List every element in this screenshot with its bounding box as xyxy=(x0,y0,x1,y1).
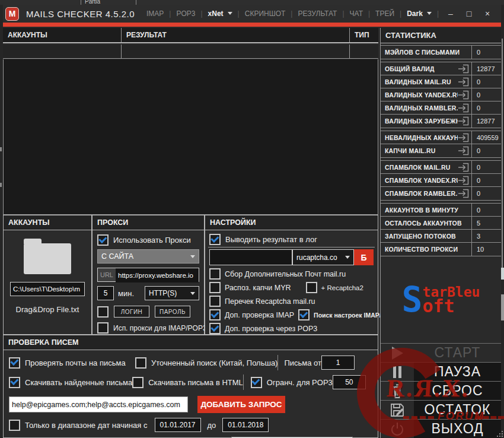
pause-button[interactable]: ПАУЗА xyxy=(381,362,501,381)
stat-row: КАПЧИ MAIL.RU 0 xyxy=(381,144,501,157)
minutes-label: мин. xyxy=(118,289,134,298)
menu-result[interactable]: РЕЗУЛЬТАТ xyxy=(298,9,337,18)
myr-captcha-checkbox[interactable] xyxy=(209,282,221,293)
proxy-source-select[interactable]: С САЙТА xyxy=(97,249,199,264)
table-row[interactable] xyxy=(3,45,378,59)
xnet-select[interactable]: xNet xyxy=(208,9,232,18)
proxy-protocol-select[interactable]: HTTP(S) xyxy=(145,286,199,300)
export-icon[interactable] xyxy=(458,77,469,87)
captcha-service-select[interactable]: rucaptcha.co xyxy=(292,249,354,265)
refined-search-checkbox[interactable] xyxy=(135,357,146,369)
column-result: РЕЗУЛЬТАТ xyxy=(122,28,350,42)
pause-icon xyxy=(381,365,414,379)
app-logo-icon: M xyxy=(5,7,19,21)
letters-from-label: Письма от xyxy=(284,358,321,367)
recaptcha2-checkbox[interactable] xyxy=(306,282,317,293)
edge-mark xyxy=(0,147,2,151)
log-checkbox[interactable] xyxy=(209,234,221,245)
imap-check-label: Доп. проверка IMAP xyxy=(225,311,294,319)
refined-search-label: Уточненный поиск (Китай, Польша) xyxy=(151,358,277,367)
query-input[interactable] xyxy=(9,396,188,412)
resize-grip[interactable] xyxy=(495,429,503,437)
export-icon[interactable] xyxy=(458,64,469,74)
stat-row: МЭЙЛОВ С ПИСЬМАМИ 0 xyxy=(381,46,501,59)
pop3-limit-checkbox[interactable] xyxy=(251,377,262,388)
rest-button[interactable]: ОСТАТОК xyxy=(381,400,501,419)
power-icon xyxy=(381,421,414,437)
pop3-check-label: Доп. проверка через POP3 xyxy=(225,325,317,333)
recheck-recaptcha-checkbox[interactable] xyxy=(209,296,221,307)
menu-chat[interactable]: ЧАТ xyxy=(350,9,363,18)
theme-select[interactable]: Dark xyxy=(407,9,432,18)
title-bar: M MAILS CHECKER 4.5.2.0 IMAP | POP3 | xN… xyxy=(3,5,501,23)
proxy-login-button[interactable]: ЛОГИН xyxy=(114,306,149,318)
results-table-header: АККАУНТЫ РЕЗУЛЬТАТ ТИП xyxy=(3,28,378,43)
date-to-label: до xyxy=(208,421,216,430)
statistics-sidebar: СТАТИСТИКА МЭЙЛОВ С ПИСЬМАМИ 0 ОБЩИЙ ВАЛ… xyxy=(380,28,501,438)
url-prefix: URL xyxy=(98,268,116,281)
settings-panel-title: НАСТРОЙКИ xyxy=(205,215,378,230)
proxy-imap-pop-checkbox[interactable] xyxy=(97,322,109,334)
balance-button[interactable]: Б xyxy=(354,249,374,265)
stat-row: ВАЛИДНЫХ MAIL.RU 0 xyxy=(381,75,501,88)
folder-icon[interactable] xyxy=(24,243,71,274)
proxy-minutes-input[interactable] xyxy=(97,286,114,300)
menu-tray[interactable]: ТРЕЙ xyxy=(375,9,394,18)
menu-screenshot[interactable]: СКРИНШОТ xyxy=(245,9,286,18)
chevron-down-icon xyxy=(190,292,195,297)
close-button[interactable]: × xyxy=(481,9,494,18)
imap-settings-checkbox[interactable] xyxy=(298,309,310,320)
stat-row: ВАЛИДНЫХ ЗАРУБЕЖНЫХ 12877 xyxy=(381,115,501,128)
export-icon[interactable] xyxy=(458,133,469,142)
add-query-button[interactable]: ДОБАВИТЬ ЗАПРОС xyxy=(197,396,285,413)
reset-button[interactable]: СБРОС xyxy=(381,381,501,400)
date-range-checkbox[interactable] xyxy=(9,420,20,431)
stat-row: СПАМБЛОК MAIL.RU 0 xyxy=(381,161,501,174)
export-icon[interactable] xyxy=(458,146,469,155)
date-from-input[interactable] xyxy=(155,418,201,432)
date-to-input[interactable] xyxy=(222,418,269,432)
stat-row: КОЛИЧЕСТВО ПРОКСИ 10 xyxy=(381,243,501,256)
stat-row: НЕВАЛИДНЫХ АККАУНТОВ 409559 xyxy=(381,131,501,144)
imap-check-checkbox[interactable] xyxy=(209,309,221,320)
pop3-limit-input[interactable] xyxy=(333,375,366,389)
proxy-password-button[interactable]: ПАРОЛЬ xyxy=(155,306,190,318)
minimize-button[interactable]: – xyxy=(444,9,457,18)
captcha-key-input[interactable] xyxy=(209,249,292,265)
export-icon[interactable] xyxy=(458,90,469,100)
mailcheck-panel-title: ПРОВЕРКА ПИСЕМ xyxy=(4,335,378,350)
background-edge xyxy=(502,39,503,276)
proxy-url-input[interactable] xyxy=(116,268,199,283)
proxy-panel-title: ПРОКСИ xyxy=(92,215,204,230)
export-icon[interactable] xyxy=(458,163,469,172)
export-icon[interactable] xyxy=(458,103,469,113)
use-proxy-checkbox[interactable] xyxy=(97,234,109,246)
download-html-checkbox[interactable] xyxy=(132,377,143,388)
export-icon[interactable] xyxy=(458,116,469,126)
download-letters-checkbox[interactable] xyxy=(9,377,20,388)
export-icon[interactable] xyxy=(458,189,469,198)
check-mail-checkbox[interactable] xyxy=(9,357,20,369)
settings-panel: НАСТРОЙКИ Выводить результат в лог rucap… xyxy=(205,215,378,335)
proxy-auth-checkbox[interactable] xyxy=(97,306,109,318)
date-range-label: Только в диапазоне дат начиная с xyxy=(25,421,148,430)
accent-divider xyxy=(3,23,501,27)
save-icon xyxy=(381,402,414,418)
export-icon[interactable] xyxy=(458,176,469,185)
maximize-button[interactable]: □ xyxy=(462,9,476,18)
menu-pop3[interactable]: POP3 xyxy=(176,9,195,18)
proxy-url-field[interactable]: URL xyxy=(97,268,199,282)
download-html-label: Скачивать письма в HTML xyxy=(148,378,243,387)
results-table-body[interactable] xyxy=(3,59,378,215)
collect-mails-label: Сбор Дополнительных Почт mail.ru xyxy=(225,270,346,278)
app-title: MAILS CHECKER 4.5.2.0 xyxy=(26,9,135,19)
background-edge xyxy=(501,294,504,320)
menu-imap[interactable]: IMAP xyxy=(146,9,164,18)
letters-from-input[interactable] xyxy=(321,356,355,370)
exit-button[interactable]: ВЫХОД xyxy=(381,419,501,438)
accounts-panel: АККАУНТЫ Drag&Drop File.txt xyxy=(3,215,92,335)
collect-mails-checkbox[interactable] xyxy=(209,268,221,280)
start-button[interactable]: СТАРТ xyxy=(381,343,501,362)
file-path-input[interactable] xyxy=(10,282,85,296)
pop3-check-checkbox[interactable] xyxy=(209,323,221,334)
